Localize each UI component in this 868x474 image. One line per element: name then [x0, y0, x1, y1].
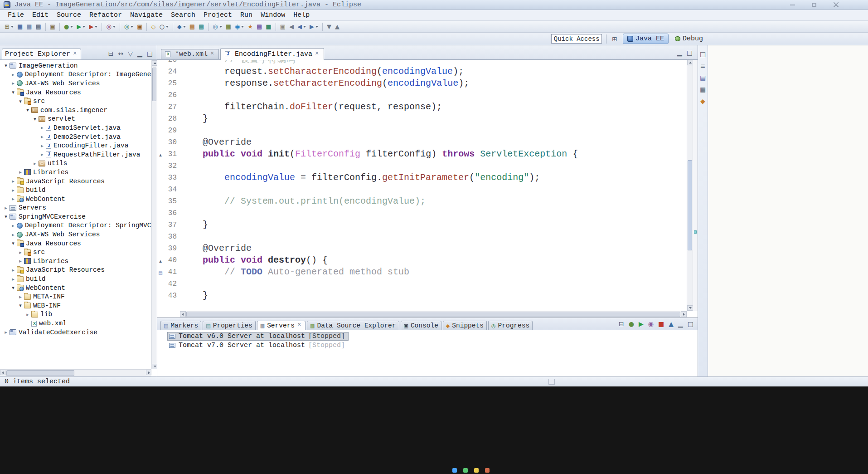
scroll-right-icon[interactable] [146, 370, 151, 375]
external-tools-icon[interactable]: ▶ [87, 22, 99, 32]
tree-item-com-silas-imgener[interactable]: com.silas.imgener [0, 106, 151, 115]
debug-icon[interactable]: ● [63, 22, 74, 32]
scrollbar-thumb[interactable] [688, 160, 692, 250]
snippets-view-icon[interactable]: ◆ [699, 97, 707, 105]
tree-item-deployment-descriptor-imagegene[interactable]: Deployment Descriptor: ImageGene [0, 70, 151, 79]
maximize-view-icon[interactable]: □ [686, 320, 695, 328]
back-icon[interactable]: ◀ [296, 22, 307, 32]
tree-item-validatecodeexercise[interactable]: ValidateCodeExercise [0, 328, 151, 337]
profile-server-icon[interactable]: ◉ [647, 320, 655, 328]
close-button[interactable] [830, 2, 842, 8]
tree-item-web-xml[interactable]: web.xml [0, 319, 151, 328]
scroll-left-icon[interactable] [0, 370, 5, 375]
tree-item-servlet[interactable]: servlet [0, 115, 151, 124]
scroll-right-icon[interactable] [681, 311, 687, 317]
scroll-up-icon[interactable] [152, 60, 157, 66]
tree-expanded-arrow-icon[interactable] [17, 98, 24, 104]
menu-navigate[interactable]: Navigate [126, 10, 167, 20]
tree-item-lib[interactable]: lib [0, 310, 151, 319]
tree-item-jax-ws-web-services[interactable]: JAX-WS Web Services [0, 230, 151, 239]
stop-server-icon[interactable]: ■ [657, 320, 665, 328]
new-jsp-icon[interactable]: ▤ [188, 22, 196, 32]
tree-collapsed-arrow-icon[interactable] [39, 134, 45, 140]
publish-icon[interactable]: ▲ [667, 320, 675, 328]
tab-console[interactable]: ▣Console [401, 321, 441, 330]
menu-file[interactable]: File [4, 10, 28, 20]
tree-item-web-inf[interactable]: WEB-INF [0, 301, 151, 310]
tab-progress[interactable]: ◎Progress [488, 321, 533, 330]
tree-expanded-arrow-icon[interactable] [3, 214, 9, 220]
tree-collapsed-arrow-icon[interactable] [24, 312, 31, 318]
tree-item-demo2servlet-java[interactable]: Demo2Servlet.java [0, 132, 151, 142]
perspective-debug[interactable]: Debug [670, 34, 708, 44]
editor-vertical-scrollbar[interactable] [687, 60, 693, 311]
minimize-editor-icon[interactable]: ▁ [676, 49, 684, 57]
scrollbar-thumb[interactable] [186, 312, 680, 317]
last-edit-location-icon[interactable]: ◀ [288, 22, 295, 32]
menu-source[interactable]: Source [53, 10, 85, 20]
tree-item-javascript-resources[interactable]: JavaScript Resources [0, 266, 151, 275]
print-icon[interactable]: ▤ [34, 22, 43, 32]
tree-item-webcontent[interactable]: WebContent [0, 195, 151, 204]
new-wizard-icon[interactable]: ⊞ [3, 22, 15, 32]
tab-project-explorer[interactable]: Project Explorer [2, 49, 81, 59]
minimize-view-icon[interactable]: ▁ [677, 320, 684, 328]
code-editor[interactable]: 23 // 设置字符编码24 request.setCharacterEncod… [157, 60, 698, 311]
close-tab-icon[interactable] [297, 323, 302, 328]
task-list-view-icon[interactable]: ▤ [698, 73, 707, 82]
tree-item-meta-inf[interactable]: META-INF [0, 292, 151, 301]
start-server-icon[interactable]: ▶ [637, 320, 645, 328]
tree-expanded-arrow-icon[interactable] [32, 116, 38, 122]
new-java-package-icon[interactable]: ▣ [136, 22, 144, 32]
tab-properties[interactable]: ▤Properties [203, 321, 255, 330]
tree-item-encodingfilter-java[interactable]: EncodingFilter.java [0, 141, 151, 150]
server-row[interactable]: Tomcat v6.0 Server at localhost[Stopped] [157, 332, 698, 341]
tree-collapsed-arrow-icon[interactable] [10, 267, 16, 273]
tree-item-servers[interactable]: Servers [0, 204, 151, 213]
save-icon[interactable]: ▦ [16, 22, 24, 32]
web-browser-icon[interactable]: ◉ [233, 22, 245, 32]
editor-horizontal-scrollbar[interactable] [180, 311, 687, 318]
open-perspective-icon[interactable]: ⊞ [611, 35, 619, 43]
tree-collapsed-arrow-icon[interactable] [3, 205, 9, 211]
tree-collapsed-arrow-icon[interactable] [3, 329, 9, 335]
tree-item-java-resources[interactable]: Java Resources [0, 239, 151, 248]
scroll-down-icon[interactable] [152, 364, 157, 369]
forward-icon[interactable]: ▶ [308, 22, 320, 32]
menu-refactor[interactable]: Refactor [85, 10, 126, 20]
tree-expanded-arrow-icon[interactable] [10, 89, 16, 95]
junit-icon[interactable]: ■ [264, 22, 272, 32]
scrollbar-thumb[interactable] [152, 68, 156, 101]
view-menu-icon[interactable]: ▽ [126, 49, 134, 58]
server-row[interactable]: Tomcat v7.0 Server at localhost[Stopped] [157, 341, 698, 350]
restore-views-icon[interactable]: □ [698, 50, 707, 58]
tree-collapsed-arrow-icon[interactable] [17, 294, 24, 300]
code-area[interactable]: 23 // 设置字符编码24 request.setCharacterEncod… [157, 60, 687, 311]
scroll-left-icon[interactable] [180, 311, 186, 317]
run-icon[interactable]: ▶ [75, 22, 87, 32]
tree-item-javascript-resources[interactable]: JavaScript Resources [0, 177, 151, 186]
tree-expanded-arrow-icon[interactable] [3, 63, 9, 68]
tree-collapsed-arrow-icon[interactable] [39, 151, 45, 157]
tree-item-build[interactable]: build [0, 186, 151, 195]
database-icon[interactable]: ▦ [224, 22, 233, 32]
tree-collapsed-arrow-icon[interactable] [10, 187, 16, 193]
tree-collapsed-arrow-icon[interactable] [10, 72, 16, 78]
open-type-icon[interactable]: ◇ [150, 22, 157, 32]
tree-item-springmvcexercise[interactable]: SpringMVCExercise [0, 212, 151, 221]
tree-item-demo1servlet-java[interactable]: Demo1Servlet.java [0, 123, 151, 132]
close-tab-icon[interactable] [315, 52, 320, 57]
perspective-java-ee[interactable]: Java EE [623, 34, 669, 44]
next-annotation-icon[interactable]: ▼ [325, 22, 333, 32]
scrollbar-thumb[interactable] [6, 370, 74, 376]
tree-item-java-resources[interactable]: Java Resources [0, 88, 151, 97]
search-icon[interactable]: ○ [158, 22, 170, 32]
maximize-editor-icon[interactable]: □ [685, 49, 694, 57]
servers-view-icon[interactable]: ▦ [698, 85, 707, 93]
tree-item-libraries[interactable]: Libraries [0, 168, 151, 177]
editor-tab-web-xml[interactable]: *web.xml [161, 49, 219, 59]
tree-item-requestpathfilter-java[interactable]: RequestPathFilter.java [0, 150, 151, 159]
tree-collapsed-arrow-icon[interactable] [10, 196, 16, 202]
previous-annotation-icon[interactable]: ▲ [334, 22, 341, 32]
explorer-vertical-scrollbar[interactable] [151, 60, 157, 369]
